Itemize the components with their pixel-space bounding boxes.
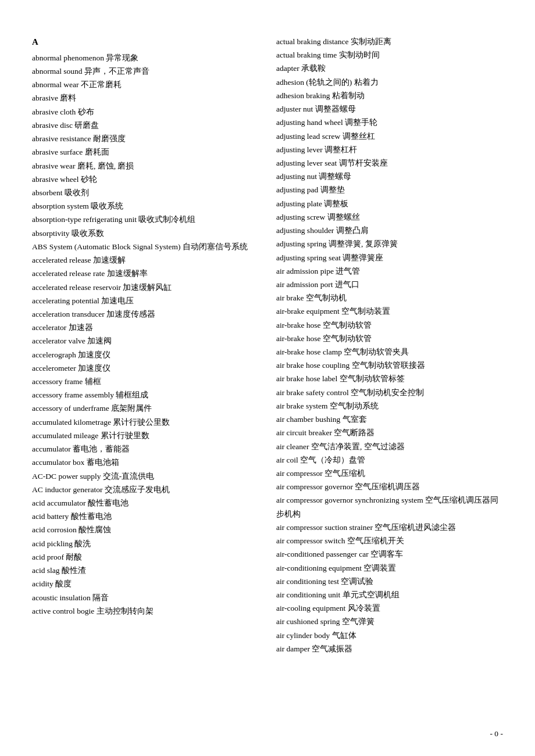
right-entry-13: adjusting screw 调整螺丝 <box>276 210 503 224</box>
right-entry-31: air coil 空气（冷却）盘管 <box>276 453 503 467</box>
right-entry-20: air-brake equipment 空气制动装置 <box>276 304 503 318</box>
right-column: actual braking distance 实制动距离actual brak… <box>276 35 503 655</box>
left-entry-26: accessory of underframe 底架附属件 <box>32 402 259 415</box>
right-entry-33: air compressor governor 空气压缩机调压器 <box>276 480 503 493</box>
right-entry-41: air-cooling equipment 风冷装置 <box>276 601 503 615</box>
right-entry-34: air compressor governor synchronizing sy… <box>276 493 503 520</box>
left-entry-4: abrasive cloth 砂布 <box>32 105 259 119</box>
left-entry-38: acid slag 酸性渣 <box>32 564 259 577</box>
section-header-a: A <box>32 35 259 50</box>
right-entry-44: air damper 空气减振器 <box>276 642 503 655</box>
right-entry-38: air-conditioning equipment 空调装置 <box>276 561 503 575</box>
left-entry-19: acceleration transducer 加速度传感器 <box>32 307 259 321</box>
page-number: - 0 - <box>490 729 504 739</box>
left-entry-25: accessory frame assembly 辅框组成 <box>32 388 259 402</box>
right-entry-3: adhesion (轮轨之间的) 粘着力 <box>276 76 503 89</box>
right-entries: actual braking distance 实制动距离actual brak… <box>276 35 503 655</box>
right-entry-35: air compressor suction strainer 空气压缩机进风滤… <box>276 521 503 534</box>
left-entry-32: AC inductor generator 交流感应子发电机 <box>32 483 259 496</box>
left-entry-35: acid corrosion 酸性腐蚀 <box>32 523 259 536</box>
left-entry-20: accelerator 加速器 <box>32 321 259 334</box>
left-entry-12: absorption-type refrigerating unit 吸收式制冷… <box>32 213 259 226</box>
right-entry-7: adjusting lead screw 调整丝杠 <box>276 130 503 143</box>
left-entry-41: active control bogie 主动控制转向架 <box>32 604 259 618</box>
left-entry-36: acid pickling 酸洗 <box>32 537 259 550</box>
right-entry-27: air brake system 空气制动系统 <box>276 399 503 413</box>
right-entry-36: air compressor switch 空气压缩机开关 <box>276 534 503 547</box>
left-entry-27: accumulated kilometrage 累计行驶公里数 <box>32 415 259 429</box>
right-entry-9: adjusting lever seat 调节杆安装座 <box>276 156 503 170</box>
left-entry-24: accessory frame 辅框 <box>32 375 259 388</box>
right-entry-17: air admission pipe 进气管 <box>276 264 503 278</box>
right-entry-19: air brake 空气制动机 <box>276 291 503 304</box>
right-entry-11: adjusting pad 调整垫 <box>276 183 503 196</box>
left-entry-7: abrasive surface 磨耗面 <box>32 145 259 159</box>
left-entry-18: accelerating potential 加速电压 <box>32 294 259 307</box>
left-entry-22: accelerograph 加速度仪 <box>32 348 259 361</box>
right-entry-15: adjusting spring 调整弹簧, 复原弹簧 <box>276 237 503 250</box>
left-entry-2: abnormal wear 不正常磨耗 <box>32 78 259 91</box>
left-entry-5: abrasive disc 研磨盘 <box>32 119 259 132</box>
right-entry-1: actual braking time 实制动时间 <box>276 48 503 62</box>
right-entry-2: adapter 承载鞍 <box>276 62 503 75</box>
page-content: A abnormal phenomenon 异常现象abnormal sound… <box>32 35 503 655</box>
right-entry-0: actual braking distance 实制动距离 <box>276 35 503 48</box>
right-entry-40: air conditioning unit 单元式空调机组 <box>276 588 503 601</box>
left-entry-29: accumulator 蓄电池，蓄能器 <box>32 442 259 456</box>
right-entry-24: air brake hose coupling 空气制动软管联接器 <box>276 359 503 372</box>
left-entry-15: accelerated release 加速缓解 <box>32 253 259 267</box>
right-entry-30: air cleaner 空气洁净装置, 空气过滤器 <box>276 440 503 453</box>
left-entry-6: abrasive resistance 耐磨强度 <box>32 132 259 145</box>
right-entry-21: air-brake hose 空气制动软管 <box>276 318 503 332</box>
left-entry-3: abrasive 磨料 <box>32 91 259 105</box>
left-entry-0: abnormal phenomenon 异常现象 <box>32 51 259 65</box>
right-entry-39: air conditioning test 空调试验 <box>276 575 503 588</box>
right-entry-6: adjusting hand wheel 调整手轮 <box>276 116 503 129</box>
right-entry-5: adjuster nut 调整器螺母 <box>276 102 503 116</box>
right-entry-8: adjusting lever 调整杠杆 <box>276 143 503 156</box>
right-entry-12: adjusting plate 调整板 <box>276 197 503 210</box>
left-entry-39: acidity 酸度 <box>32 577 259 590</box>
right-entry-29: air circuit breaker 空气断路器 <box>276 426 503 439</box>
left-entry-16: accelerated release rate 加速缓解率 <box>32 267 259 280</box>
left-entry-34: acid battery 酸性蓄电池 <box>32 510 259 523</box>
right-entry-32: air compressor 空气压缩机 <box>276 467 503 480</box>
left-entry-17: accelerated release reservoir 加速缓解风缸 <box>32 281 259 294</box>
right-entry-18: air admission port 进气口 <box>276 278 503 291</box>
right-entry-14: adjusting shoulder 调整凸肩 <box>276 224 503 237</box>
left-entry-33: acid accumulator 酸性蓄电池 <box>32 496 259 510</box>
left-column: A abnormal phenomenon 异常现象abnormal sound… <box>32 35 259 655</box>
left-entry-8: abrasive wear 磨耗, 磨蚀, 磨损 <box>32 159 259 173</box>
right-entry-28: air chamber bushing 气室套 <box>276 413 503 426</box>
left-entry-13: absorptivity 吸收系数 <box>32 227 259 240</box>
left-entry-9: abrasive wheel 砂轮 <box>32 173 259 186</box>
left-entry-40: acoustic insulation 隔音 <box>32 591 259 604</box>
left-entry-37: acid proof 耐酸 <box>32 550 259 564</box>
left-entry-1: abnormal sound 异声，不正常声音 <box>32 65 259 78</box>
left-entry-30: accumulator box 蓄电池箱 <box>32 456 259 469</box>
right-entry-37: air-conditioned passenger car 空调客车 <box>276 547 503 561</box>
right-entry-26: air brake safety control 空气制动机安全控制 <box>276 386 503 399</box>
left-entry-14: ABS System (Automatic Block Signal Syste… <box>32 240 259 253</box>
right-entry-22: air-brake hose 空气制动软管 <box>276 332 503 345</box>
left-entries: abnormal phenomenon 异常现象abnormal sound 异… <box>32 51 259 618</box>
left-entry-21: accelerator valve 加速阀 <box>32 334 259 347</box>
right-entry-10: adjusting nut 调整螺母 <box>276 170 503 183</box>
right-entry-4: adhesion braking 粘着制动 <box>276 89 503 102</box>
left-entry-23: accelerometer 加速度仪 <box>32 361 259 375</box>
right-entry-23: air-brake hose clamp 空气制动软管夹具 <box>276 345 503 359</box>
left-entry-10: absorbent 吸收剂 <box>32 186 259 199</box>
left-entry-11: absorption system 吸收系统 <box>32 199 259 213</box>
left-entry-31: AC-DC power supply 交流-直流供电 <box>32 470 259 483</box>
right-entry-42: air cushioned spring 空气弹簧 <box>276 615 503 628</box>
left-entry-28: accumulated mileage 累计行驶里数 <box>32 429 259 442</box>
right-entry-43: air cylinder body 气缸体 <box>276 629 503 642</box>
right-entry-16: adjusting spring seat 调整弹簧座 <box>276 251 503 264</box>
right-entry-25: air brake hose label 空气制动软管标签 <box>276 372 503 385</box>
